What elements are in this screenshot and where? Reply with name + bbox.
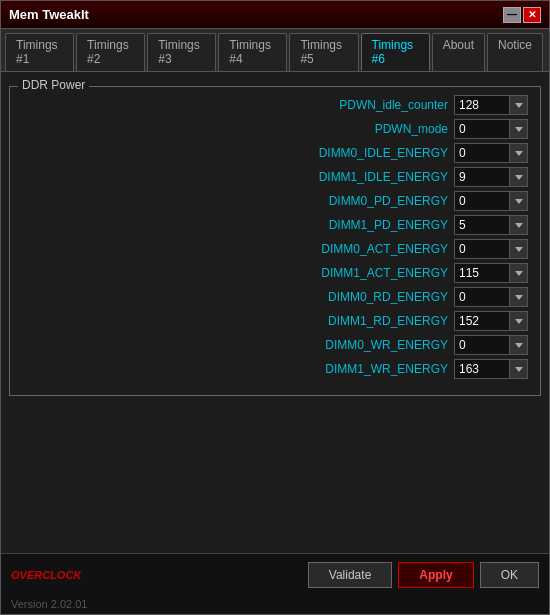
chevron-down-icon [515, 175, 523, 180]
field-row: DIMM1_PD_ENERGY [22, 215, 528, 235]
window-title: Mem TweakIt [9, 7, 89, 22]
chevron-down-icon [515, 343, 523, 348]
ok-button[interactable]: OK [480, 562, 539, 588]
field-dropdown-dimm1-wr-energy[interactable] [510, 359, 528, 379]
title-bar: Mem TweakIt — ✕ [1, 1, 549, 29]
field-control [454, 95, 528, 115]
chevron-down-icon [515, 127, 523, 132]
field-label-dimm1-rd-energy: DIMM1_RD_ENERGY [22, 314, 448, 328]
field-label-pdwn-mode: PDWN_mode [22, 122, 448, 136]
field-dropdown-dimm1-idle-energy[interactable] [510, 167, 528, 187]
field-row: DIMM1_RD_ENERGY [22, 311, 528, 331]
logo-text: OVERCLOCK [11, 569, 81, 581]
field-input-dimm0-idle-energy[interactable] [454, 143, 510, 163]
field-control [454, 263, 528, 283]
field-label-dimm0-act-energy: DIMM0_ACT_ENERGY [22, 242, 448, 256]
tab-timings5[interactable]: Timings #5 [289, 33, 358, 71]
chevron-down-icon [515, 223, 523, 228]
field-row: DIMM1_IDLE_ENERGY [22, 167, 528, 187]
field-dropdown-dimm1-rd-energy[interactable] [510, 311, 528, 331]
apply-button[interactable]: Apply [398, 562, 473, 588]
minimize-button[interactable]: — [503, 7, 521, 23]
field-input-dimm1-pd-energy[interactable] [454, 215, 510, 235]
tab-about[interactable]: About [432, 33, 485, 71]
field-input-dimm0-act-energy[interactable] [454, 239, 510, 259]
field-dropdown-dimm0-act-energy[interactable] [510, 239, 528, 259]
field-control [454, 311, 528, 331]
field-row: DIMM0_ACT_ENERGY [22, 239, 528, 259]
field-control [454, 167, 528, 187]
field-input-pdwn-idle-counter[interactable] [454, 95, 510, 115]
chevron-down-icon [515, 319, 523, 324]
field-row: DIMM0_PD_ENERGY [22, 191, 528, 211]
close-button[interactable]: ✕ [523, 7, 541, 23]
tab-timings3[interactable]: Timings #3 [147, 33, 216, 71]
field-row: DIMM1_ACT_ENERGY [22, 263, 528, 283]
field-label-dimm1-idle-energy: DIMM1_IDLE_ENERGY [22, 170, 448, 184]
field-dropdown-pdwn-mode[interactable] [510, 119, 528, 139]
bottom-bar: OVERCLOCK Validate Apply OK [1, 553, 549, 596]
tab-bar: Timings #1 Timings #2 Timings #3 Timings… [1, 29, 549, 72]
field-dropdown-dimm0-wr-energy[interactable] [510, 335, 528, 355]
chevron-down-icon [515, 247, 523, 252]
field-row: DIMM0_WR_ENERGY [22, 335, 528, 355]
chevron-down-icon [515, 367, 523, 372]
field-control [454, 119, 528, 139]
field-row: PDWN_mode [22, 119, 528, 139]
tab-timings2[interactable]: Timings #2 [76, 33, 145, 71]
tab-timings4[interactable]: Timings #4 [218, 33, 287, 71]
field-input-dimm1-wr-energy[interactable] [454, 359, 510, 379]
field-dropdown-dimm0-idle-energy[interactable] [510, 143, 528, 163]
chevron-down-icon [515, 103, 523, 108]
field-control [454, 239, 528, 259]
field-dropdown-pdwn-idle-counter[interactable] [510, 95, 528, 115]
field-label-dimm1-wr-energy: DIMM1_WR_ENERGY [22, 362, 448, 376]
field-label-dimm0-pd-energy: DIMM0_PD_ENERGY [22, 194, 448, 208]
window-controls: — ✕ [503, 7, 541, 23]
tab-timings1[interactable]: Timings #1 [5, 33, 74, 71]
chevron-down-icon [515, 151, 523, 156]
field-row: DIMM1_WR_ENERGY [22, 359, 528, 379]
main-window: Mem TweakIt — ✕ Timings #1 Timings #2 Ti… [0, 0, 550, 615]
field-label-dimm0-idle-energy: DIMM0_IDLE_ENERGY [22, 146, 448, 160]
validate-button[interactable]: Validate [308, 562, 392, 588]
tab-timings6[interactable]: Timings #6 [361, 33, 430, 71]
main-content: DDR Power PDWN_idle_counterPDWN_modeDIMM… [1, 72, 549, 553]
tab-notice[interactable]: Notice [487, 33, 543, 71]
field-dropdown-dimm0-pd-energy[interactable] [510, 191, 528, 211]
field-input-dimm0-wr-energy[interactable] [454, 335, 510, 355]
field-control [454, 143, 528, 163]
ddr-power-group: DDR Power PDWN_idle_counterPDWN_modeDIMM… [9, 86, 541, 396]
fields-container: PDWN_idle_counterPDWN_modeDIMM0_IDLE_ENE… [22, 95, 528, 379]
field-dropdown-dimm1-pd-energy[interactable] [510, 215, 528, 235]
field-label-pdwn-idle-counter: PDWN_idle_counter [22, 98, 448, 112]
field-label-dimm0-rd-energy: DIMM0_RD_ENERGY [22, 290, 448, 304]
field-control [454, 215, 528, 235]
field-control [454, 359, 528, 379]
field-row: DIMM0_IDLE_ENERGY [22, 143, 528, 163]
action-buttons: Validate Apply OK [308, 562, 539, 588]
chevron-down-icon [515, 295, 523, 300]
field-input-dimm0-pd-energy[interactable] [454, 191, 510, 211]
field-input-pdwn-mode[interactable] [454, 119, 510, 139]
field-label-dimm0-wr-energy: DIMM0_WR_ENERGY [22, 338, 448, 352]
field-input-dimm1-act-energy[interactable] [454, 263, 510, 283]
chevron-down-icon [515, 199, 523, 204]
field-control [454, 191, 528, 211]
version-bar: Version 2.02.01 [1, 596, 549, 614]
field-row: DIMM0_RD_ENERGY [22, 287, 528, 307]
field-row: PDWN_idle_counter [22, 95, 528, 115]
version-label: Version 2.02.01 [11, 598, 87, 610]
field-dropdown-dimm0-rd-energy[interactable] [510, 287, 528, 307]
field-label-dimm1-pd-energy: DIMM1_PD_ENERGY [22, 218, 448, 232]
field-dropdown-dimm1-act-energy[interactable] [510, 263, 528, 283]
field-input-dimm1-idle-energy[interactable] [454, 167, 510, 187]
field-control [454, 335, 528, 355]
field-input-dimm1-rd-energy[interactable] [454, 311, 510, 331]
field-control [454, 287, 528, 307]
field-input-dimm0-rd-energy[interactable] [454, 287, 510, 307]
field-label-dimm1-act-energy: DIMM1_ACT_ENERGY [22, 266, 448, 280]
group-title: DDR Power [18, 78, 89, 92]
chevron-down-icon [515, 271, 523, 276]
